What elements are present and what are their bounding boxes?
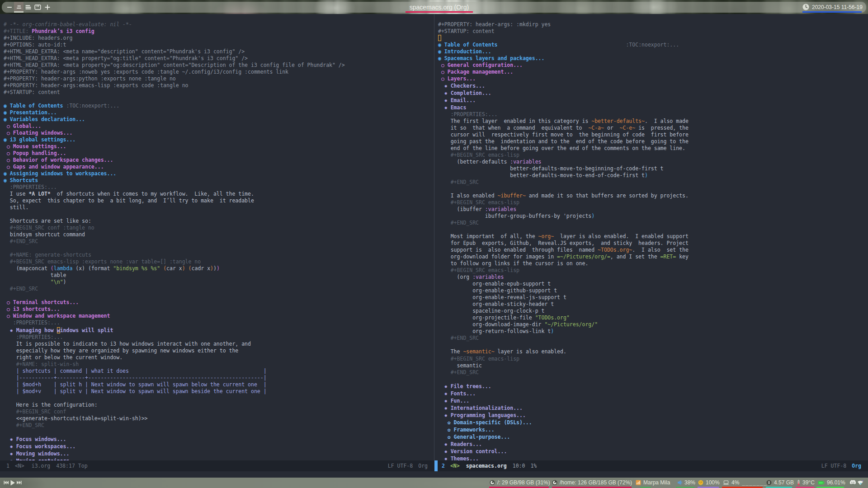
buffer-line[interactable]: ○ Window and workspace management — [4, 313, 434, 319]
buffer-line[interactable]: :PROPERTIES:... — [438, 111, 868, 118]
buffer-line[interactable] — [4, 395, 434, 402]
buffer-line[interactable]: ◉ i3 global settings... — [4, 136, 434, 143]
workspace-button[interactable] — [5, 2, 14, 13]
buffer-line[interactable]: ✸ Managing how windows will split — [4, 327, 434, 334]
buffer-line[interactable] — [438, 342, 868, 348]
buffer-line[interactable]: org-projectile-file "TODOs.org" — [438, 314, 868, 321]
buffer-line[interactable]: ✸ Themes... — [438, 455, 868, 460]
buffer-line[interactable]: ✸ Completion... — [438, 89, 868, 97]
buffer-line[interactable]: ○ Global... — [4, 123, 434, 130]
buffer-line[interactable]: ○ Layers... — [438, 75, 868, 82]
buffer-line[interactable]: bindsym shortcut command — [4, 231, 434, 238]
buffer-line[interactable]: especially how they are organized by spa… — [4, 347, 434, 354]
workspace-button[interactable] — [14, 2, 24, 13]
buffer-line[interactable]: I also enabled ~ibuffer~ and made it so … — [438, 192, 868, 199]
buffer-line[interactable]: ◉ Table of Contents :TOC:noexport:... — [4, 103, 434, 109]
wifi-icon[interactable] — [857, 480, 864, 486]
buffer-line[interactable]: semantic — [438, 362, 868, 369]
buffer-line[interactable]: ✸ Fun... — [438, 397, 868, 404]
buffer-line[interactable]: org-enable-github-support t — [438, 287, 868, 294]
buffer-line[interactable] — [4, 245, 434, 252]
buffer-line[interactable]: #+PROPERTY: header-args:emacs-lisp :expo… — [4, 82, 434, 89]
buffer-line[interactable]: ✿ Frameworks... — [438, 426, 868, 433]
buffer-spacemacs-org[interactable]: #+PROPERTY: header-args: :mkdirp yes#+ST… — [438, 21, 868, 460]
previous-track-icon[interactable] — [4, 480, 9, 485]
clock-module[interactable]: 2020-03-15 11-56-19 — [802, 2, 862, 13]
buffer-line[interactable] — [438, 186, 868, 192]
buffer-line[interactable]: :PROPERTIES:... — [4, 319, 434, 326]
buffer-line[interactable]: | shortcuts | command | what it does | — [4, 368, 434, 375]
workspace-button[interactable] — [42, 2, 52, 13]
buffer-line[interactable]: It is possible to indicate to i3 how win… — [4, 341, 434, 347]
buffer-line[interactable]: ◉ Spacemacs layers and packages... — [438, 55, 868, 62]
buffer-line[interactable]: #+STARTUP: content — [438, 28, 868, 35]
buffer-line[interactable]: #+STARTUP: content — [4, 89, 434, 96]
buffer-line[interactable]: ○ Gaps and window appearance... — [4, 164, 434, 170]
buffer-line[interactable]: :PROPERTIES:... — [4, 184, 434, 191]
buffer-line[interactable]: ○ Popup handling... — [4, 150, 434, 157]
buffer-line[interactable]: ○ Floating windows... — [4, 130, 434, 136]
buffer-line[interactable]: #+PROPERTY: header-args :noweb yes :expo… — [4, 69, 434, 75]
buffer-line[interactable]: ✸ Focus workspaces... — [4, 443, 434, 450]
buffer-line[interactable]: #+INCLUDE: headers.org — [4, 35, 434, 42]
buffer-line[interactable] — [4, 292, 434, 299]
buffer-line[interactable]: #+END_SRC — [4, 422, 434, 429]
buffer-line[interactable]: (better-defaults :variables — [438, 159, 868, 165]
buffer-line[interactable]: #+END_SRC — [4, 286, 434, 292]
buffer-line[interactable]: it so that when a command equivalent to … — [438, 125, 868, 131]
buffer-line[interactable]: :PROPERTIES:... — [4, 334, 434, 341]
buffer-line[interactable]: ✸ Moving containers... — [4, 457, 434, 460]
buffer-line[interactable]: ○ General configuration... — [438, 62, 868, 69]
buffer-line[interactable]: #+TITLE: Phundrak’s i3 config — [4, 28, 434, 35]
buffer-line[interactable]: (mapconcat (lambda (x) (format "bindsym … — [4, 265, 434, 272]
buffer-line[interactable]: The ~semantic~ layer is also enabled. — [438, 348, 868, 355]
buffer-line[interactable]: #+END_SRC — [438, 179, 868, 186]
buffer-line[interactable] — [438, 35, 868, 42]
play-icon[interactable] — [10, 480, 15, 486]
buffer-line[interactable]: cursor will respectively first move to t… — [438, 131, 868, 138]
emacs-window-i3-org[interactable]: # -*- org-confirm-babel-evaluate: nil -*… — [0, 14, 434, 460]
buffer-line[interactable] — [4, 96, 434, 103]
buffer-line[interactable]: #+END_SRC — [438, 220, 868, 226]
buffer-line[interactable]: "\n") — [4, 279, 434, 286]
buffer-line[interactable]: #+BEGIN_SRC conf :tangle no — [4, 225, 434, 231]
buffer-line[interactable]: ◉ Table of Contents :TOC:noexport:... — [438, 42, 868, 48]
buffer-line[interactable]: ✸ Emacs — [438, 104, 868, 111]
buffer-line[interactable]: ○ Terminal shortcuts... — [4, 299, 434, 306]
buffer-line[interactable]: end of the line before going over the en… — [438, 145, 868, 152]
buffer-line[interactable]: going past the indentation and to the en… — [438, 138, 868, 145]
buffer-line[interactable]: org-download-image-dir "~/Pictures/org/" — [438, 321, 868, 328]
buffer-line[interactable] — [4, 211, 434, 218]
buffer-line[interactable]: So, expect this chapter to be a bit long… — [4, 197, 434, 204]
buffer-line[interactable]: Here is the configuration: — [4, 402, 434, 408]
buffer-line[interactable]: org-enable-reveal-js-support t — [438, 294, 868, 301]
buffer-line[interactable]: table — [4, 272, 434, 279]
buffer-line[interactable]: | $mod+h | split h | Next window to spaw… — [4, 381, 434, 388]
buffer-line[interactable]: The first layer enabled in this category… — [438, 118, 868, 125]
buffer-line[interactable]: I use *A LOT* of shortcuts when it comes… — [4, 191, 434, 197]
buffer-line[interactable]: ◉ Shortcuts — [4, 177, 434, 184]
buffer-line[interactable]: spaceline-org-clock-p t — [438, 308, 868, 314]
buffer-line[interactable]: |-----------+---------+-----------------… — [4, 375, 434, 381]
buffer-line[interactable]: ◉ Variables declaration... — [4, 116, 434, 123]
buffer-line[interactable]: #+OPTIONS: auto-id:t — [4, 42, 434, 48]
buffer-line[interactable]: #+HTML_HEAD_EXTRA: <meta name="descripti… — [4, 48, 434, 55]
buffer-line[interactable]: to follow org links if the cursor is on … — [438, 260, 868, 267]
buffer-line[interactable]: ✸ File trees... — [438, 383, 868, 390]
buffer-i3-org[interactable]: # -*- org-confirm-babel-evaluate: nil -*… — [4, 21, 434, 460]
buffer-line[interactable]: ◉ Presentation... — [4, 109, 434, 116]
buffer-line[interactable]: ○ Package management... — [438, 69, 868, 75]
buffer-line[interactable]: ✿ General-purpose... — [438, 433, 868, 441]
buffer-line[interactable]: | $mod+v | split v | Next window to spaw… — [4, 388, 434, 395]
buffer-line[interactable]: #+END_SRC — [438, 369, 868, 376]
buffer-line[interactable]: ○ Behavior of workspace changes... — [4, 157, 434, 164]
buffer-line[interactable]: still. — [4, 204, 434, 211]
buffer-line[interactable]: support is also enabled through files na… — [438, 247, 868, 253]
buffer-line[interactable]: #+BEGIN_SRC emacs-lisp :exports none :va… — [4, 258, 434, 265]
buffer-line[interactable]: #+NAME: split-win-sh — [4, 361, 434, 368]
buffer-line[interactable]: #+BEGIN_SRC emacs-lisp — [438, 356, 868, 362]
buffer-line[interactable]: #+PROPERTY: header-args:python :exports … — [4, 75, 434, 82]
buffer-line[interactable]: better-defaults-move-to-end-of-code-firs… — [438, 172, 868, 179]
workspace-button[interactable] — [33, 2, 42, 13]
buffer-line[interactable]: ✿ Domain-specific (DSLs)... — [438, 419, 868, 426]
